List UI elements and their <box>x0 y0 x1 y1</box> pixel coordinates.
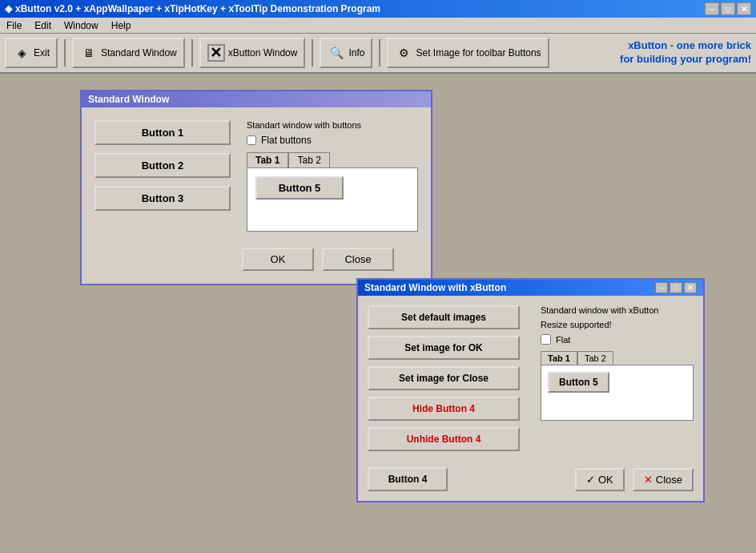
standard-desc: Standart window with buttons <box>247 120 418 130</box>
app-icon: ◈ <box>5 3 12 14</box>
xbutton-tabs: Tab 1 Tab 2 <box>541 351 694 365</box>
unhide-button4[interactable]: Unhide Button 4 <box>368 427 520 451</box>
close-button[interactable]: Close <box>322 248 394 271</box>
xbutton-tab-2[interactable]: Tab 2 <box>577 351 613 365</box>
brand-text: xButton - one more brick for building yo… <box>620 39 751 67</box>
xbutton-ok-button[interactable]: ✓ OK <box>575 468 625 491</box>
xbutton-ok-label: OK <box>598 474 613 486</box>
separator-1 <box>64 39 66 67</box>
set-image-button[interactable]: ⚙ Set Image for toolbar Buttons <box>387 38 549 68</box>
brand-line1: xButton - one more brick <box>620 39 751 53</box>
menu-window[interactable]: Window <box>61 19 102 32</box>
menu-edit[interactable]: Edit <box>31 19 54 32</box>
standard-window-left: Button 1 Button 2 Button 3 <box>94 120 231 232</box>
set-image-label: Set Image for toolbar Buttons <box>416 47 541 59</box>
tab-1[interactable]: Tab 1 <box>247 152 288 168</box>
xbutton-body: Set default images Set image for OK Set … <box>358 296 703 461</box>
xbutton-footer: Button 4 ✓ OK ✕ Close <box>358 461 703 501</box>
standard-window-label: Standard Window <box>101 47 177 59</box>
toolbar: ◈ Exit 🖥 Standard Window ✕ xButton Windo… <box>0 34 756 74</box>
xbutton-button4[interactable]: Button 4 <box>368 467 448 491</box>
xbutton-flat-checkbox[interactable] <box>541 334 551 345</box>
maximize-button[interactable]: □ <box>721 2 735 15</box>
standard-window-panel: Standard Window Button 1 Button 2 Button… <box>80 90 432 285</box>
separator-2 <box>191 39 193 67</box>
set-default-button[interactable]: Set default images <box>368 305 520 329</box>
xbutton-window-panel: Standard Window with xButton ─ □ ✕ Set d… <box>356 278 705 503</box>
close-x-icon: ✕ <box>644 474 653 486</box>
title-bar: ◈ xButton v2.0 + xAppWallpaper + xTipHot… <box>0 0 756 18</box>
xbutton-flat-row: Flat <box>541 334 694 345</box>
flat-buttons-row: Flat buttons <box>247 135 418 146</box>
info-button[interactable]: 🔍 Info <box>320 38 372 68</box>
separator-3 <box>312 39 313 67</box>
exit-label: Exit <box>34 47 50 59</box>
standard-window-right: Standart window with buttons Flat button… <box>247 120 418 232</box>
xbutton-close-button[interactable]: ✕ Close <box>633 468 694 491</box>
exit-button[interactable]: ◈ Exit <box>5 38 58 68</box>
exit-icon: ◈ <box>13 44 30 62</box>
info-label: Info <box>348 47 364 59</box>
standard-window-body: Button 1 Button 2 Button 3 Standart wind… <box>82 107 431 244</box>
window-controls[interactable]: ─ □ ✕ <box>705 2 751 15</box>
xbutton-desc-1: Standard window with xButton <box>541 305 694 315</box>
xbutton-window-button[interactable]: ✕ xButton Window <box>199 38 306 68</box>
xbutton-left: Set default images Set image for OK Set … <box>368 305 528 451</box>
xbutton-ok-close: ✓ OK ✕ Close <box>575 468 694 491</box>
minimize-button[interactable]: ─ <box>705 2 719 15</box>
app-title: xButton v2.0 + xAppWallpaper + xTipHotKe… <box>15 3 380 14</box>
xbutton-minimize[interactable]: ─ <box>655 282 668 293</box>
button-1[interactable]: Button 1 <box>94 120 231 145</box>
xbutton-right: Standard window with xButton Resize supp… <box>541 305 694 451</box>
xbutton-controls[interactable]: ─ □ ✕ <box>655 282 697 293</box>
set-image-ok-button[interactable]: Set image for OK <box>368 336 520 360</box>
xbutton-button5[interactable]: Button 5 <box>548 372 609 393</box>
search-icon: 🔍 <box>328 44 345 62</box>
xbutton-tab-1[interactable]: Tab 1 <box>541 351 577 365</box>
xbutton-desc-2: Resize supported! <box>541 320 694 329</box>
monitor-icon: 🖥 <box>80 44 98 62</box>
tab-content: Button 5 <box>247 168 418 232</box>
standard-tabs: Tab 1 Tab 2 <box>247 152 418 168</box>
brand-line2: for building your program! <box>620 53 751 67</box>
button-3[interactable]: Button 3 <box>94 186 231 211</box>
button-2[interactable]: Button 2 <box>94 153 231 178</box>
flat-buttons-checkbox[interactable] <box>247 135 256 145</box>
standard-window-title: Standard Window <box>82 91 431 107</box>
hide-button4[interactable]: Hide Button 4 <box>368 397 520 421</box>
xbutton-close-label: Close <box>656 474 682 486</box>
menu-bar: File Edit Window Help <box>0 18 756 34</box>
ok-button[interactable]: OK <box>242 248 314 271</box>
close-window-button[interactable]: ✕ <box>737 2 751 15</box>
set-image-close-button[interactable]: Set image for Close <box>368 366 520 390</box>
standard-window-button[interactable]: 🖥 Standard Window <box>72 38 185 68</box>
xbutton-window-title: Standard Window with xButton <box>364 282 506 293</box>
xbutton-maximize[interactable]: □ <box>670 282 682 293</box>
separator-4 <box>379 39 380 67</box>
xbutton-window-label: xButton Window <box>228 47 298 59</box>
xbutton-close[interactable]: ✕ <box>684 282 697 293</box>
menu-help[interactable]: Help <box>108 19 135 32</box>
flat-buttons-label: Flat buttons <box>261 135 312 146</box>
button-5[interactable]: Button 5 <box>255 176 344 200</box>
main-content: Standard Window Button 1 Button 2 Button… <box>0 74 756 553</box>
x-icon: ✕ <box>207 44 225 62</box>
gear-icon: ⚙ <box>395 44 412 62</box>
xbutton-tab-content: Button 5 <box>541 365 694 421</box>
tab-2[interactable]: Tab 2 <box>288 152 329 168</box>
xbutton-title-bar: Standard Window with xButton ─ □ ✕ <box>358 280 703 296</box>
ok-check-icon: ✓ <box>586 474 595 486</box>
xbutton-flat-label: Flat <box>556 335 570 345</box>
menu-file[interactable]: File <box>3 19 25 32</box>
